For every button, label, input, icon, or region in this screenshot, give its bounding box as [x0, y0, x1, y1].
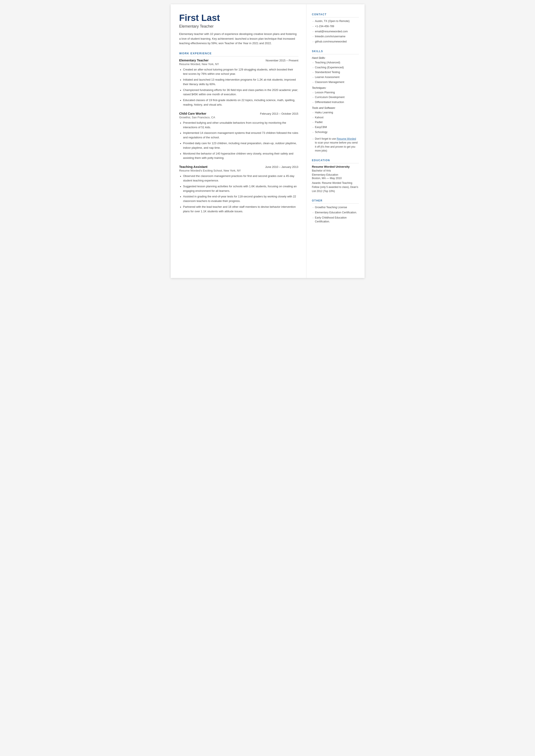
other-item-2: Elementary Education Certification.	[312, 210, 359, 215]
candidate-name: First Last	[179, 13, 298, 23]
job-header-3: Teaching Assistant June 2010 – January 2…	[179, 165, 298, 169]
skill-standardized: Standardized Testing	[312, 70, 359, 74]
hard-skills-list: Teaching (Advanced) Coaching (Experience…	[312, 61, 359, 84]
bullet-1-2: Initiated and launched 13 reading interv…	[179, 78, 298, 87]
skill-differentiated: Differentiated Instruction	[312, 100, 359, 104]
skills-note-prefix: Don't forget to use	[315, 137, 337, 140]
job-block-1: Elementary Teacher November 2015 – Prese…	[179, 59, 298, 107]
other-item-3: Early Childhood Education Certification.	[312, 216, 359, 224]
job-header-2: Child Care Worker February 2013 – Octobe…	[179, 112, 298, 115]
skill-teaching: Teaching (Advanced)	[312, 61, 359, 65]
bullet-3-1: Observed the classroom management practi…	[179, 174, 298, 183]
edu-awards: Awards: Resume Worded Teaching Fellow (o…	[312, 181, 359, 193]
job-title-3: Teaching Assistant	[179, 165, 208, 169]
techniques-list: Lesson Planning Curriculum Development D…	[312, 91, 359, 104]
skill-kahoot: Kahoot	[312, 116, 359, 120]
job-dates-1: November 2015 – Present	[266, 59, 298, 62]
edu-location: Boston, MA — May 2010	[312, 177, 359, 180]
tools-list: Haiku Learning Kahoot Padlet EasyCBM Sch…	[312, 111, 359, 134]
education-section-title: EDUCATION	[312, 159, 359, 163]
skill-curriculum: Curriculum Development	[312, 95, 359, 99]
contact-list: Austin, TX (Open to Remote) +1-234-456-7…	[312, 19, 359, 44]
other-section: OTHER Growthsi Teaching License Elementa…	[312, 199, 359, 224]
skill-haiku: Haiku Learning	[312, 111, 359, 115]
contact-email: email@resumeworded.com	[312, 30, 359, 34]
job-block-2: Child Care Worker February 2013 – Octobe…	[179, 112, 298, 160]
job-title-2: Child Care Worker	[179, 112, 207, 115]
skills-tools-label: Tools and Software:	[312, 106, 359, 109]
bullet-2-3: Provided daily care for 123 children, in…	[179, 141, 298, 150]
skills-techniques-label: Techniques:	[312, 86, 359, 90]
candidate-job-title: Elementary Teacher	[179, 24, 298, 29]
skill-lesson: Lesson Planning	[312, 91, 359, 95]
skills-hard-label: Hard Skills:	[312, 56, 359, 60]
other-list: Growthsi Teaching License Elementary Edu…	[312, 205, 359, 224]
skill-classroom: Classroom Management	[312, 80, 359, 84]
bullet-3-2: Suggested lesson planning activities for…	[179, 184, 298, 193]
candidate-summary: Elementary teacher with 10 years of expe…	[179, 32, 298, 45]
bullet-1-1: Created an after-school tutoring program…	[179, 68, 298, 76]
skills-note: Don't forget to use Resume Worded to sca…	[312, 137, 359, 153]
skills-section-title: SKILLS	[312, 50, 359, 54]
contact-section-title: CONTACT	[312, 13, 359, 17]
work-experience-section: Elementary Teacher November 2015 – Prese…	[179, 59, 298, 214]
work-experience-section-title: WORK EXPERIENCE	[179, 52, 298, 56]
skill-easycbm: EasyCBM	[312, 125, 359, 129]
contact-github: github.com/resumeworded	[312, 40, 359, 44]
skill-coaching: Coaching (Experienced)	[312, 66, 359, 70]
edu-degree: Bachelor of Arts	[312, 169, 359, 173]
bullet-2-4: Monitored the behavior of 140 hyperactiv…	[179, 152, 298, 160]
job-title-1: Elementary Teacher	[179, 59, 209, 62]
job-company-2: Growthsi, San Francisco, CA	[179, 116, 298, 119]
contact-location: Austin, TX (Open to Remote)	[312, 19, 359, 23]
bullet-1-3: Championed fundraising efforts for 36 fi…	[179, 88, 298, 97]
job-bullets-2: Prevented bullying and other unsuitable …	[179, 121, 298, 160]
bullet-3-3: Assisted in grading the end-of-year test…	[179, 194, 298, 204]
job-bullets-3: Observed the classroom management practi…	[179, 174, 298, 213]
skill-learner: Learner Assessment	[312, 75, 359, 79]
skill-schoology: Schoology	[312, 130, 359, 134]
resume-worded-link[interactable]: Resume Worded	[337, 137, 356, 140]
edu-field: Elementary Education	[312, 173, 359, 177]
job-bullets-1: Created an after-school tutoring program…	[179, 68, 298, 107]
education-section: EDUCATION Resume Worded University Bache…	[312, 159, 359, 193]
job-company-1: Resume Worded, New York, NY	[179, 63, 298, 66]
edu-school: Resume Worded University	[312, 165, 359, 168]
bullet-2-1: Prevented bullying and other unsuitable …	[179, 121, 298, 130]
job-header-1: Elementary Teacher November 2015 – Prese…	[179, 59, 298, 62]
left-column: First Last Elementary Teacher Elementary…	[171, 4, 306, 278]
other-section-title: OTHER	[312, 199, 359, 204]
contact-linkedin: linkedin.com/in/username	[312, 35, 359, 39]
job-dates-2: February 2013 – October 2015	[260, 112, 298, 115]
job-company-3: Resume Worded's Exciting School, New Yor…	[179, 169, 298, 172]
skills-section: SKILLS Hard Skills: Teaching (Advanced) …	[312, 50, 359, 153]
other-item-1: Growthsi Teaching License	[312, 205, 359, 210]
skills-note-suffix: to scan your resume before you send it o…	[315, 141, 358, 152]
bullet-2-2: Implemented 14 classroom management syst…	[179, 131, 298, 140]
job-block-3: Teaching Assistant June 2010 – January 2…	[179, 165, 298, 213]
right-column: CONTACT Austin, TX (Open to Remote) +1-2…	[306, 4, 365, 278]
contact-phone: +1-234-456-789	[312, 24, 359, 28]
job-dates-3: June 2010 – January 2013	[265, 165, 298, 169]
bullet-1-4: Educated classes of 19 first-grade stude…	[179, 98, 298, 107]
skill-padlet: Padlet	[312, 120, 359, 124]
bullet-3-4: Partnered with the lead teacher and 18 o…	[179, 205, 298, 214]
contact-section: CONTACT Austin, TX (Open to Remote) +1-2…	[312, 13, 359, 44]
resume-page: First Last Elementary Teacher Elementary…	[171, 4, 365, 278]
